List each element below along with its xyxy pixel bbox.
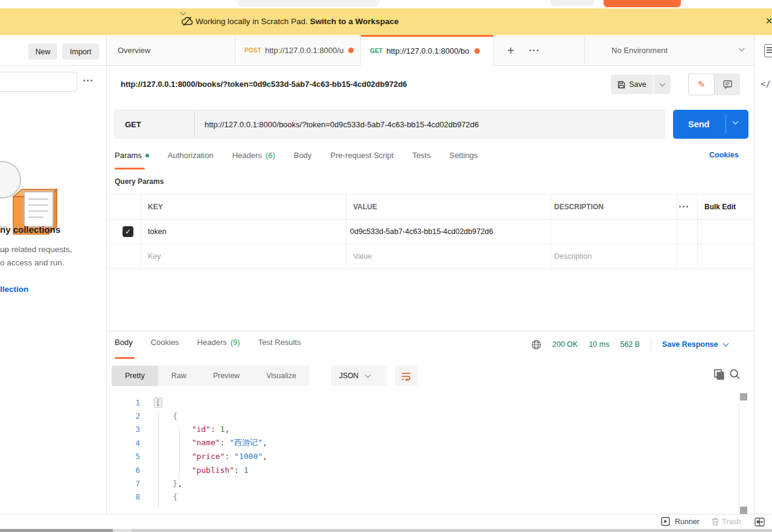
banner-close-icon[interactable]: ✕ <box>765 16 772 27</box>
request-title-url: http://127.0.0.1:8000/books/?token=0d9c5… <box>121 80 407 89</box>
new-tab-plus-icon[interactable]: + <box>502 42 519 59</box>
tab-post-request[interactable]: POST http://127.0.0.1:8000/u <box>235 35 361 66</box>
tab-body[interactable]: Body <box>294 151 312 160</box>
cookies-link[interactable]: Cookies <box>709 151 739 159</box>
save-response-button[interactable]: Save Response <box>662 340 727 349</box>
code-line-3: 3 "id": 1, <box>107 423 738 436</box>
view-tab-visualize[interactable]: Visualize <box>253 366 310 386</box>
response-view-switcher: PrettyRawPreviewVisualize <box>112 366 310 386</box>
global-search-input[interactable] <box>237 0 380 7</box>
response-tab-headers[interactable]: Headers(9) <box>197 338 240 347</box>
import-button[interactable]: Import <box>62 43 99 60</box>
strip-divider <box>584 35 585 66</box>
format-selector[interactable]: JSON <box>331 366 386 386</box>
line-number: 2 <box>107 411 140 420</box>
response-scrollbar-thumb[interactable] <box>740 507 747 514</box>
tab-tests[interactable]: Tests <box>412 151 430 160</box>
new-button[interactable]: New <box>28 43 57 60</box>
sidebar: New Import ny collections up related req… <box>0 35 107 514</box>
response-tab-body[interactable]: Body <box>115 338 133 347</box>
trash-button[interactable]: Trash <box>711 517 741 526</box>
header-secondary-button[interactable] <box>550 0 594 6</box>
save-button[interactable]: Save <box>611 75 653 94</box>
line-number: 5 <box>107 452 140 461</box>
comment-icon[interactable] <box>715 74 740 95</box>
format-label: JSON <box>339 372 359 380</box>
sidebar-more-icon[interactable] <box>83 80 92 81</box>
runner-button[interactable]: Runner <box>661 517 700 526</box>
param-description-input[interactable]: Description <box>554 252 592 261</box>
wrap-text-icon[interactable] <box>395 366 418 386</box>
code-snippet-icon[interactable]: </ <box>761 79 771 89</box>
edit-pencil-icon[interactable]: ✎ <box>688 74 715 95</box>
method-selector[interactable]: GET <box>115 110 195 138</box>
horizontal-scrollbar-thumb[interactable] <box>0 529 113 532</box>
url-input[interactable]: http://127.0.0.1:8000/books/?token=0d9c5… <box>205 120 479 129</box>
query-params-table: KEY VALUE DESCRIPTION Bulk Edit ✓ token … <box>107 194 754 268</box>
globe-icon <box>531 340 541 350</box>
tab-overview-label: Overview <box>118 46 150 55</box>
send-button[interactable]: Send <box>673 110 748 139</box>
table-header-row: KEY VALUE DESCRIPTION Bulk Edit <box>107 195 754 220</box>
tab-get-method: GET <box>370 48 383 54</box>
param-key-input[interactable]: Key <box>148 252 161 261</box>
param-key-cell[interactable]: token <box>148 227 167 236</box>
environment-selector[interactable]: No Environment <box>596 35 754 66</box>
cloud-offline-icon <box>182 16 193 28</box>
response-time[interactable]: 10 ms <box>589 340 609 349</box>
scratchpad-banner: Working locally in Scratch Pad. Switch t… <box>0 8 772 35</box>
tab-overview[interactable]: Overview <box>107 35 235 66</box>
method-label: GET <box>125 120 141 129</box>
sidebar-search-input[interactable] <box>0 72 77 92</box>
view-tab-pretty[interactable]: Pretty <box>112 366 158 386</box>
response-tab-test-results[interactable]: Test Results <box>258 338 301 347</box>
param-value-input[interactable]: Value <box>353 252 372 261</box>
search-icon[interactable] <box>729 369 741 382</box>
request-url-bar: GET http://127.0.0.1:8000/books/?token=0… <box>115 110 665 139</box>
send-options-chevron-icon[interactable] <box>733 119 739 125</box>
create-collection-link[interactable]: llection <box>0 285 28 294</box>
header-primary-button[interactable] <box>604 0 681 7</box>
tab-settings[interactable]: Settings <box>449 151 477 160</box>
banner-text: Working locally in Scratch Pad. Switch t… <box>196 17 398 26</box>
tab-headers[interactable]: Headers(6) <box>232 151 275 160</box>
meta-divider <box>651 338 651 351</box>
param-value-cell[interactable]: 0d9c533d-5ab7-4c63-bb15-4cd02db972d6 <box>350 227 493 236</box>
tab-pre-request-script[interactable]: Pre-request Script <box>330 151 394 160</box>
view-tab-raw[interactable]: Raw <box>158 366 200 386</box>
params-active-dot-icon <box>145 154 149 157</box>
response-tab-cookies[interactable]: Cookies <box>151 338 179 347</box>
right-rail <box>754 35 772 514</box>
tab-authorization[interactable]: Authorization <box>168 151 214 160</box>
status-badge[interactable]: 200 OK <box>552 340 578 349</box>
play-icon <box>661 517 670 526</box>
code-line-6: 6 "publish": 1 <box>107 463 738 477</box>
two-pane-layout-icon[interactable] <box>754 518 765 528</box>
postman-app-window: Working locally in Scratch Pad. Switch t… <box>0 0 772 532</box>
response-scrollbar-thumb[interactable] <box>740 393 747 401</box>
table-options-icon[interactable] <box>679 206 688 207</box>
trash-icon <box>711 517 719 526</box>
tab-params[interactable]: Params <box>115 151 149 160</box>
response-section-divider <box>107 331 754 331</box>
response-meta: 200 OK 10 ms 562 B Save Response <box>531 338 728 351</box>
query-params-label: Query Params <box>115 177 164 186</box>
view-tab-preview[interactable]: Preview <box>200 366 253 386</box>
row-checkbox[interactable]: ✓ <box>123 226 133 237</box>
line-number: 3 <box>107 425 140 434</box>
bulk-edit-button[interactable]: Bulk Edit <box>704 203 736 211</box>
environment-quicklook-icon[interactable] <box>764 44 772 57</box>
table-row: ✓ token 0d9c533d-5ab7-4c63-bb15-4cd02db9… <box>107 220 754 244</box>
response-body-json[interactable]: 1[2 {3 "id": 1,4 "name": "西游记",5 "price"… <box>107 392 738 514</box>
copy-icon[interactable] <box>713 369 724 382</box>
response-size[interactable]: 562 B <box>620 340 640 349</box>
send-split-divider <box>726 115 726 134</box>
chevron-down-icon <box>723 340 729 346</box>
save-button-label: Save <box>629 80 646 89</box>
column-header-key: KEY <box>148 203 163 211</box>
tab-options-icon[interactable] <box>529 49 538 51</box>
tab-get-request-active[interactable]: GET http://127.0.0.1:8000/bo <box>361 35 494 66</box>
empty-collections-text-line2: o access and run. <box>0 258 65 267</box>
switch-workspace-link[interactable]: Switch to a Workspace <box>310 17 399 26</box>
save-options-button[interactable] <box>654 75 671 94</box>
